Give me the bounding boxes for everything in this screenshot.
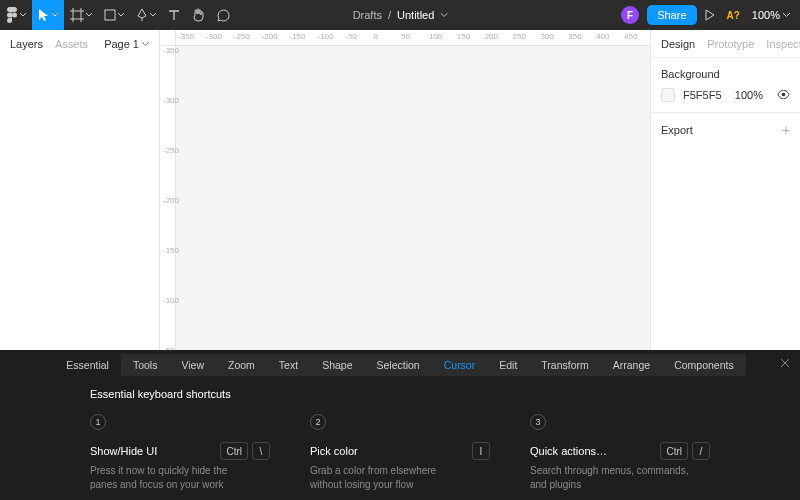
shortcuts-tab[interactable]: Selection	[365, 354, 432, 376]
background-section: Background F5F5F5 100%	[651, 58, 800, 113]
shortcut-description: Grab a color from elsewhere without losi…	[310, 464, 470, 491]
shortcuts-tab[interactable]: Essential	[54, 354, 121, 376]
shortcut-keys: Ctrl/	[660, 442, 710, 460]
shortcuts-tab[interactable]: Arrange	[601, 354, 662, 376]
ruler-horizontal: -350-300-250-200-150-100-500501001502002…	[176, 30, 650, 46]
ruler-tick: -300	[204, 30, 232, 45]
frame-tool-button[interactable]	[64, 0, 98, 30]
shortcuts-tab[interactable]: Text	[267, 354, 310, 376]
export-label: Export	[661, 124, 693, 136]
ruler-tick: 300	[538, 30, 566, 45]
chevron-down-icon	[86, 13, 92, 17]
ruler-tick: 150	[455, 30, 483, 45]
background-row: F5F5F5 100%	[661, 88, 790, 102]
document-title: Untitled	[397, 9, 434, 21]
figma-logo-icon	[6, 7, 18, 23]
shortcuts-body: Essential keyboard shortcuts 1Show/Hide …	[0, 378, 800, 491]
background-hex[interactable]: F5F5F5	[683, 89, 727, 101]
background-title: Background	[661, 68, 790, 80]
ruler-tick: -100	[315, 30, 343, 45]
ruler-tick: 450	[622, 30, 650, 45]
chevron-down-icon	[783, 13, 790, 17]
share-button[interactable]: Share	[647, 5, 696, 25]
svg-point-2	[782, 93, 786, 97]
shortcut-item: 1Show/Hide UICtrl\Press it now to quickl…	[90, 414, 270, 491]
canvas[interactable]: -350-300-250-200-150-100-500501001502002…	[160, 30, 650, 350]
shortcut-item: 2Pick colorIGrab a color from elsewhere …	[310, 414, 490, 491]
hand-icon	[192, 8, 205, 22]
shortcuts-tabs-row: EssentialToolsViewZoomTextShapeSelection…	[0, 350, 800, 378]
pen-tool-button[interactable]	[130, 0, 162, 30]
comment-tool-button[interactable]	[211, 0, 236, 30]
eye-icon	[777, 90, 790, 99]
present-button[interactable]	[705, 0, 715, 30]
close-shortcuts-button[interactable]	[780, 357, 790, 371]
keyboard-key: Ctrl	[220, 442, 248, 460]
ruler-tick: -100	[160, 296, 175, 346]
document-title-area[interactable]: Drafts / Untitled	[353, 9, 448, 21]
shortcuts-tab[interactable]: Transform	[529, 354, 600, 376]
pen-icon	[136, 8, 148, 22]
shortcut-name: Show/Hide UI	[90, 445, 157, 457]
hand-tool-button[interactable]	[186, 0, 211, 30]
shortcut-number: 3	[530, 414, 546, 430]
ruler-corner	[160, 30, 176, 46]
chevron-down-icon	[150, 13, 156, 17]
user-avatar[interactable]: F	[621, 6, 639, 24]
background-swatch[interactable]	[661, 88, 675, 102]
tab-design[interactable]: Design	[661, 38, 695, 50]
shortcut-description: Search through menus, commands, and plug…	[530, 464, 690, 491]
ruler-tick: 250	[511, 30, 539, 45]
zoom-menu[interactable]: 100%	[752, 9, 790, 21]
shortcut-description: Press it now to quickly hide the panes a…	[90, 464, 250, 491]
svg-rect-1	[105, 10, 115, 20]
keyboard-key: /	[692, 442, 710, 460]
shortcuts-tab[interactable]: Zoom	[216, 354, 267, 376]
background-opacity[interactable]: 100%	[735, 89, 763, 101]
ruler-tick: -350	[176, 30, 204, 45]
breadcrumb-separator: /	[388, 9, 391, 21]
tab-inspect[interactable]: Inspect	[766, 38, 800, 50]
breadcrumb-drafts: Drafts	[353, 9, 382, 21]
page-selector[interactable]: Page 1	[104, 38, 149, 50]
ruler-tick: 50	[399, 30, 427, 45]
shortcuts-tab[interactable]: Components	[662, 354, 746, 376]
missing-fonts-button[interactable]: A?	[723, 10, 744, 21]
shortcuts-tab[interactable]: Tools	[121, 354, 170, 376]
add-export-button[interactable]: +	[782, 123, 790, 137]
ruler-tick: -250	[232, 30, 260, 45]
shortcut-keys: Ctrl\	[220, 442, 270, 460]
shape-tool-button[interactable]	[98, 0, 130, 30]
text-tool-button[interactable]	[162, 0, 186, 30]
rectangle-icon	[104, 9, 116, 21]
comment-icon	[217, 9, 230, 22]
ruler-tick: -300	[160, 96, 175, 146]
text-icon	[168, 9, 180, 21]
ruler-tick: -200	[260, 30, 288, 45]
keyboard-key: I	[472, 442, 490, 460]
shortcuts-tab[interactable]: View	[169, 354, 216, 376]
export-section: Export +	[651, 113, 800, 147]
move-tool-button[interactable]	[32, 0, 64, 30]
ruler-tick: 0	[371, 30, 399, 45]
tab-prototype[interactable]: Prototype	[707, 38, 754, 50]
shortcuts-tab[interactable]: Shape	[310, 354, 364, 376]
shortcuts-tab[interactable]: Edit	[487, 354, 529, 376]
keyboard-key: Ctrl	[660, 442, 688, 460]
ruler-tick: -150	[288, 30, 316, 45]
ruler-vertical: -350-300-250-200-150-100-50050100	[160, 46, 176, 350]
visibility-toggle[interactable]	[777, 89, 790, 101]
ruler-tick: 200	[483, 30, 511, 45]
tab-assets[interactable]: Assets	[55, 38, 88, 50]
tool-group-left	[0, 0, 236, 30]
tab-layers[interactable]: Layers	[10, 38, 43, 50]
chevron-down-icon	[440, 13, 447, 17]
ruler-tick: -150	[160, 246, 175, 296]
shortcuts-tab[interactable]: Cursor	[432, 354, 488, 376]
left-panel: Layers Assets Page 1	[0, 30, 160, 350]
main-menu-button[interactable]	[0, 0, 32, 30]
play-icon	[705, 9, 715, 21]
chevron-down-icon	[52, 13, 58, 17]
ruler-tick: -350	[160, 46, 175, 96]
ruler-tick: 400	[594, 30, 622, 45]
